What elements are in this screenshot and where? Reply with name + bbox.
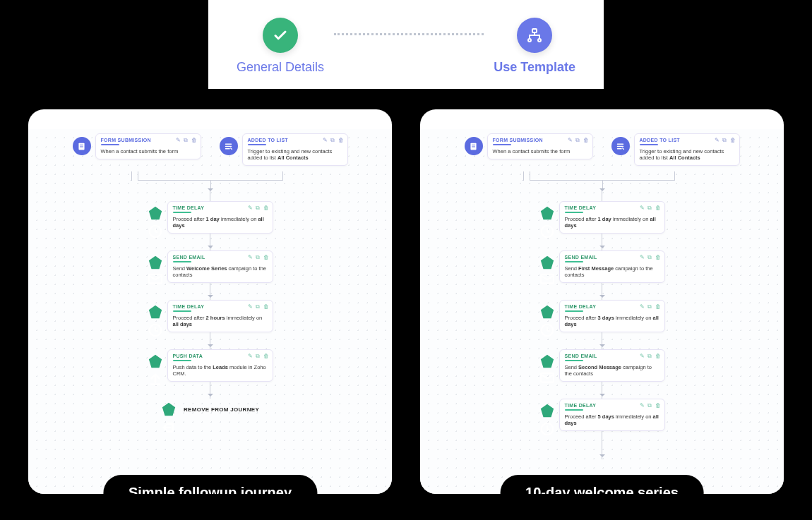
svg-marker-18 — [540, 207, 553, 219]
node-desc: When a contact submits the form — [101, 148, 179, 155]
node-desc: Proceed after 3 days immediately on all … — [565, 315, 659, 327]
template-icon — [526, 27, 543, 44]
step-time-delay[interactable]: ✎⧉🗑 TIME DELAY Proceed after 3 days imme… — [539, 300, 665, 332]
clock-icon — [148, 205, 163, 221]
step-send-email[interactable]: ✎⧉🗑 SEND EMAIL Send First Message campai… — [539, 250, 665, 283]
connector — [602, 332, 602, 349]
step-time-delay[interactable]: ✎⧉🗑 TIME DELAY Proceed after 1 day immed… — [539, 201, 665, 234]
node-desc: Trigger to existing and new contacts add… — [248, 148, 333, 161]
node-actions[interactable]: ✎⧉🗑 — [248, 254, 269, 260]
connector — [602, 283, 602, 300]
svg-marker-12 — [148, 355, 161, 368]
connector — [210, 382, 210, 399]
trigger-added-to-list[interactable]: ✎⧉🗑 ADDED TO LIST Trigger to existing an… — [611, 133, 740, 166]
node-desc: Proceed after 1 day immediately on all d… — [565, 216, 656, 229]
svg-point-1 — [528, 39, 531, 42]
step-time-delay[interactable]: ✎⧉🗑 TIME DELAY Proceed after 2 hours imm… — [148, 300, 273, 332]
connector — [602, 382, 602, 399]
list-icon — [220, 137, 238, 155]
exit-icon — [161, 401, 177, 417]
node-actions[interactable]: ✎ ⧉ 🗑 — [176, 137, 197, 143]
node-desc: Push data to the Leads module in Zoho CR… — [173, 364, 266, 377]
step-done-circle — [263, 18, 298, 53]
node-actions[interactable]: ✎⧉🗑 — [715, 137, 736, 143]
delete-icon: 🗑 — [191, 137, 197, 143]
svg-marker-20 — [540, 256, 553, 269]
trigger-added-to-list[interactable]: ✎ ⧉ 🗑 ADDED TO LIST Trigger to existing … — [220, 133, 348, 166]
svg-point-2 — [538, 39, 541, 42]
svg-rect-17 — [472, 146, 475, 147]
template-card-10day-welcome[interactable]: ✎⧉🗑 FORM SUBMISSION When a contact submi… — [420, 109, 784, 494]
node-desc: Send First Message campaign to the conta… — [565, 265, 653, 278]
node-desc: Trigger to existing and new contacts add… — [640, 148, 724, 161]
end-label: REMOVE FROM JOURNEY — [184, 406, 259, 413]
clock-icon — [539, 205, 555, 221]
node-actions[interactable]: ✎⧉🗑 — [640, 303, 661, 309]
step-time-delay[interactable]: ✎⧉🗑 TIME DELAY Proceed after 5 days imme… — [539, 399, 665, 431]
form-icon — [73, 137, 91, 155]
card-canvas: ✎ ⧉ 🗑 FORM SUBMISSION When a contact sub… — [28, 129, 392, 494]
step-send-email[interactable]: ✎⧉🗑 SEND EMAIL Send Second Message campa… — [539, 349, 665, 382]
connector — [210, 234, 210, 250]
list-icon — [611, 137, 630, 155]
stepper-connector — [334, 33, 484, 35]
mail-icon — [148, 255, 163, 270]
svg-marker-26 — [540, 404, 553, 417]
connector — [210, 283, 210, 300]
node-desc: Send Welcome Series campaign to the cont… — [173, 265, 266, 278]
node-actions[interactable]: ✎⧉🗑 — [248, 353, 269, 358]
svg-marker-24 — [540, 355, 553, 368]
node-actions[interactable]: ✎⧉🗑 — [640, 254, 661, 260]
svg-rect-4 — [80, 145, 83, 145]
step-push-data[interactable]: ✎⧉🗑 PUSH DATA Push data to the Leads mod… — [148, 349, 273, 382]
step-active-circle — [517, 18, 552, 53]
svg-marker-14 — [162, 403, 175, 416]
mail-icon — [539, 255, 555, 270]
step-label: Use Template — [494, 60, 575, 75]
svg-rect-5 — [80, 146, 83, 147]
form-icon — [465, 137, 483, 155]
connector — [210, 332, 210, 349]
step-remove-from-journey[interactable]: REMOVE FROM JOURNEY — [161, 401, 259, 417]
delete-icon: 🗑 — [338, 137, 344, 143]
clock-icon — [539, 304, 555, 320]
trigger-form-submission[interactable]: ✎⧉🗑 FORM SUBMISSION When a contact submi… — [465, 133, 593, 166]
node-actions[interactable]: ✎⧉🗑 — [248, 205, 269, 210]
copy-icon: ⧉ — [184, 137, 189, 143]
node-actions[interactable]: ✎ ⧉ 🗑 — [323, 137, 344, 143]
template-card-simple-followup[interactable]: ✎ ⧉ 🗑 FORM SUBMISSION When a contact sub… — [28, 109, 392, 494]
step-send-email[interactable]: ✎⧉🗑 SEND EMAIL Send Welcome Series campa… — [148, 250, 273, 283]
connector — [131, 171, 290, 188]
node-actions[interactable]: ✎⧉🗑 — [640, 402, 661, 408]
step-general-details[interactable]: General Details — [237, 18, 324, 75]
card-caption: 10-day welcome series — [500, 475, 704, 494]
check-icon — [272, 27, 289, 44]
trigger-form-submission[interactable]: ✎ ⧉ 🗑 FORM SUBMISSION When a contact sub… — [73, 133, 201, 166]
connector — [523, 171, 682, 188]
step-use-template[interactable]: Use Template — [494, 18, 575, 75]
wizard-stepper: General Details Use Template — [208, 0, 604, 89]
card-caption: Simple followup journey — [103, 475, 317, 494]
node-actions[interactable]: ✎⧉🗑 — [640, 353, 661, 358]
node-desc: Proceed after 2 hours immediately on all… — [173, 315, 263, 327]
node-desc: Proceed after 1 day immediately on all d… — [173, 216, 264, 229]
node-actions[interactable]: ✎⧉🗑 — [640, 205, 661, 210]
step-time-delay[interactable]: ✎⧉🗑 TIME DELAY Proceed after 1 day immed… — [148, 201, 273, 234]
node-desc: Send Second Message campaign to the cont… — [565, 364, 652, 377]
svg-marker-6 — [148, 207, 161, 219]
clock-icon — [148, 304, 163, 320]
copy-icon: ⧉ — [330, 137, 336, 143]
svg-marker-10 — [148, 306, 161, 318]
edit-icon: ✎ — [176, 137, 181, 143]
node-actions[interactable]: ✎⧉🗑 — [248, 303, 269, 309]
clock-icon — [539, 403, 555, 418]
svg-marker-22 — [540, 306, 553, 318]
svg-rect-13 — [150, 384, 160, 386]
node-desc: When a contact submits the form — [493, 148, 571, 155]
node-desc: Proceed after 5 days immediately on all … — [565, 413, 659, 426]
card-canvas: ✎⧉🗑 FORM SUBMISSION When a contact submi… — [420, 129, 784, 494]
push-icon — [148, 353, 163, 369]
svg-marker-8 — [148, 256, 161, 269]
edit-icon: ✎ — [323, 137, 328, 143]
node-actions[interactable]: ✎⧉🗑 — [568, 137, 589, 143]
